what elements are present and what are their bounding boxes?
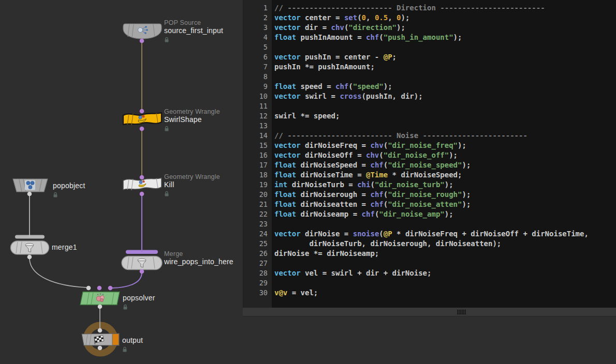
- lock-icon: [164, 191, 169, 196]
- code-line-text: vector dirNoise = snoise(@P * dirNoiseFr…: [272, 229, 589, 239]
- drag-handle-icon[interactable]: [457, 310, 466, 315]
- code-line[interactable]: 25 dirNoiseTurb, dirNoiserough, dirNoise…: [243, 239, 616, 249]
- code-line-text: float pushInAmount = chf("push_in_amount…: [272, 33, 462, 42]
- wire-merge-to-popsolver[interactable]: [112, 272, 142, 288]
- code-line-text: float speed = chf("speed");: [272, 82, 392, 92]
- code-line[interactable]: 27: [243, 259, 616, 268]
- code-line[interactable]: 21float dirNoiseatten = chf("dir_noise_a…: [243, 200, 616, 209]
- node-swirlshape[interactable]: [121, 110, 164, 129]
- line-number: 20: [243, 190, 272, 200]
- code-line-text: // ------------------------ Noise ------…: [272, 131, 527, 141]
- code-line[interactable]: 4float pushInAmount = chf("push_in_amoun…: [243, 33, 616, 42]
- merge-input-bar-highlighted[interactable]: [126, 250, 158, 254]
- line-number: 27: [243, 259, 272, 268]
- code-line[interactable]: 24vector dirNoise = snoise(@P * dirNoise…: [243, 229, 616, 239]
- node-output[interactable]: [79, 320, 122, 360]
- node-merge1[interactable]: [10, 235, 50, 255]
- code-line-text: v@v = vel;: [272, 288, 318, 298]
- code-line-text: [272, 219, 274, 229]
- code-line[interactable]: 1// ------------------------ Direction -…: [243, 3, 616, 13]
- code-line-text: [272, 101, 274, 111]
- code-line[interactable]: 16vector dirNoiseOff = chv("dir_noise_of…: [243, 150, 616, 160]
- line-number: 26: [243, 249, 272, 259]
- code-line[interactable]: 29: [243, 278, 616, 288]
- code-line-text: swirl *= speed;: [272, 111, 340, 121]
- line-number: 17: [243, 160, 272, 170]
- node-kill[interactable]: [121, 175, 164, 194]
- code-line[interactable]: 15vector dirNoiseFreq = chv("dir_noise_f…: [243, 141, 616, 150]
- popsolver-icon: [96, 293, 104, 302]
- lock-icon: [53, 192, 58, 198]
- line-number: 8: [243, 72, 272, 82]
- label-wire-pops-into-here: Merge wire_pops_into_here: [164, 250, 233, 266]
- node-name-label: popobject: [53, 181, 85, 190]
- node-name-label: wire_pops_into_here: [164, 257, 233, 266]
- network-editor[interactable]: POP Source source_first_input Geometry W…: [0, 0, 243, 364]
- line-number: 4: [243, 33, 272, 42]
- node-popsolver[interactable]: [80, 291, 121, 306]
- connector-in-popsolver-2[interactable]: [97, 286, 102, 291]
- code-line-text: pushIn *= pushInAmount;: [272, 62, 375, 72]
- code-line[interactable]: 18float dirNoiseTime = @Time * dirNoiseS…: [243, 170, 616, 180]
- code-line[interactable]: 14// ------------------------ Noise ----…: [243, 131, 616, 141]
- node-type-label: Merge: [164, 250, 233, 257]
- code-line[interactable]: 6vector pushIn = center - @P;: [243, 52, 616, 62]
- code-line[interactable]: 30v@v = vel;: [243, 288, 616, 298]
- code-line[interactable]: 12swirl *= speed;: [243, 111, 616, 121]
- line-number: 29: [243, 278, 272, 288]
- code-line-text: vector dir = chv("direction");: [272, 23, 405, 33]
- node-name-label: Kill: [164, 180, 220, 189]
- code-line[interactable]: 26dirNoise *= dirNoiseamp;: [243, 249, 616, 259]
- node-pop-source[interactable]: [122, 23, 163, 40]
- node-name-label: merge1: [52, 243, 77, 251]
- panel-divider[interactable]: [243, 308, 616, 316]
- line-number: 3: [243, 23, 272, 33]
- code-line-text: [272, 42, 274, 52]
- code-line[interactable]: 28vector vel = swirl + dir + dirNoise;: [243, 268, 616, 278]
- code-line[interactable]: 11: [243, 101, 616, 111]
- output-flag[interactable]: [112, 334, 119, 345]
- connector-in-popsolver-1[interactable]: [86, 286, 91, 291]
- code-line-text: float dirNoiseSpeed = chf("dir_noise_spe…: [272, 160, 471, 170]
- line-number: 13: [243, 121, 272, 131]
- line-number: 7: [243, 62, 272, 72]
- code-line[interactable]: 17float dirNoiseSpeed = chf("dir_noise_s…: [243, 160, 616, 170]
- code-line[interactable]: 8: [243, 72, 616, 82]
- code-line[interactable]: 20float dirNoiserough = chf("dir_noise_r…: [243, 190, 616, 200]
- line-number: 5: [243, 42, 272, 52]
- code-lines[interactable]: 1// ------------------------ Direction -…: [243, 3, 616, 298]
- code-line-text: vector center = set(0, 0.5, 0);: [272, 13, 409, 23]
- code-line[interactable]: 23: [243, 219, 616, 229]
- code-line-text: float dirNoiserough = chf("dir_noise_rou…: [272, 190, 471, 200]
- node-wire-pops-into-here[interactable]: [121, 250, 163, 270]
- code-line[interactable]: 7pushIn *= pushInAmount;: [243, 62, 616, 72]
- line-number: 22: [243, 209, 272, 219]
- merge-input-bar[interactable]: [15, 235, 45, 239]
- code-line[interactable]: 3vector dir = chv("direction");: [243, 23, 616, 33]
- code-line-text: vector swirl = cross(pushIn, dir);: [272, 92, 423, 101]
- line-number: 9: [243, 82, 272, 92]
- line-number: 10: [243, 92, 272, 101]
- line-number: 14: [243, 131, 272, 141]
- code-line[interactable]: 2vector center = set(0, 0.5, 0);: [243, 13, 616, 23]
- wire-merge1-to-popsolver[interactable]: [30, 258, 87, 287]
- code-line-text: int dirNoiseTurb = chi("dir_noise_turb")…: [272, 180, 453, 190]
- code-line[interactable]: 5: [243, 42, 616, 52]
- vex-code-editor[interactable]: 1// ------------------------ Direction -…: [243, 0, 616, 308]
- code-line[interactable]: 22float dirNoiseamp = chf("dir_noise_amp…: [243, 209, 616, 219]
- line-number: 21: [243, 200, 272, 209]
- code-line[interactable]: 9float speed = chf("speed");: [243, 82, 616, 92]
- connector-in-popsolver-3[interactable]: [108, 286, 113, 291]
- node-type-label: Geometry Wrangle: [164, 108, 220, 115]
- node-popobject[interactable]: [9, 178, 51, 192]
- code-line-text: dirNoiseTurb, dirNoiserough, dirNoiseatt…: [272, 239, 501, 249]
- node-name-label: output: [122, 336, 143, 344]
- node-type-label: POP Source: [164, 19, 223, 26]
- popobject-icon: [25, 180, 35, 190]
- node-name-label: popsolver: [123, 294, 155, 302]
- label-popobject: popobject: [53, 181, 85, 198]
- code-line-text: float dirNoiseTime = @Time * dirNoiseSpe…: [272, 170, 462, 180]
- code-line[interactable]: 10vector swirl = cross(pushIn, dir);: [243, 92, 616, 101]
- code-line[interactable]: 13: [243, 121, 616, 131]
- code-line[interactable]: 19int dirNoiseTurb = chi("dir_noise_turb…: [243, 180, 616, 190]
